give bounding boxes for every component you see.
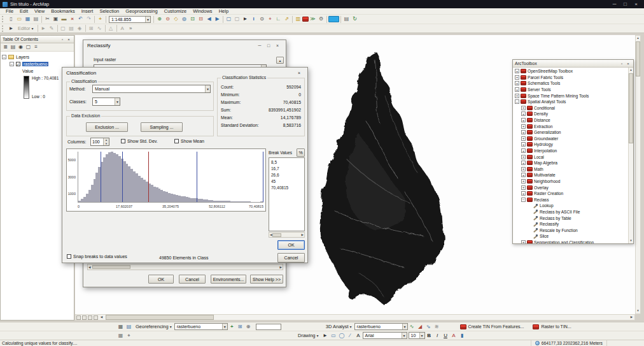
menu-insert[interactable]: Insert: [78, 8, 97, 14]
back-extent-icon[interactable]: ◀: [205, 15, 213, 23]
undo-icon[interactable]: ↶: [76, 15, 85, 23]
toolbox-item-multivariate[interactable]: +Multivariate: [513, 172, 628, 178]
clear-selection-icon[interactable]: ▢: [233, 15, 241, 23]
break-values-scrollbar[interactable]: ◀ ▶: [269, 232, 305, 238]
data-view-tab[interactable]: [76, 315, 81, 320]
redo-icon[interactable]: ↷: [85, 15, 93, 23]
environments-button[interactable]: Environments...: [211, 275, 246, 284]
expander-icon[interactable]: +: [521, 185, 526, 190]
editor-pointer-icon[interactable]: ►: [7, 25, 15, 32]
print-icon[interactable]: ▤: [32, 15, 40, 23]
map-vertical-scrollbar[interactable]: ▲ ▼: [635, 35, 641, 314]
maximize-button[interactable]: □: [620, 1, 631, 8]
map-horizontal-scrollbar[interactable]: ◀ ▶: [75, 314, 635, 321]
menu-windows[interactable]: Windows: [190, 8, 215, 14]
toolbox-item-reclass[interactable]: −Reclass: [513, 196, 628, 203]
toolbox-item-math[interactable]: +Math: [513, 166, 628, 173]
break-line[interactable]: [197, 152, 197, 202]
layout-grid-icon[interactable]: ▦: [116, 332, 125, 340]
expander-icon[interactable]: −: [521, 198, 526, 202]
list-by-selection-icon[interactable]: ▢: [25, 43, 32, 51]
checkbox-icon[interactable]: [67, 254, 71, 259]
paste-icon[interactable]: ▬: [60, 15, 68, 23]
menu-customize[interactable]: Customize: [161, 8, 190, 14]
view-link-table-icon[interactable]: ▦: [116, 323, 125, 331]
expander-icon[interactable]: +: [515, 87, 519, 92]
add-data-icon[interactable]: +: [96, 15, 104, 23]
expander-icon[interactable]: +: [521, 106, 526, 110]
toolbox-item-raster-creation[interactable]: +Raster Creation: [513, 191, 628, 197]
classes-combo[interactable]: 5: [92, 97, 120, 106]
expander-icon[interactable]: +: [515, 94, 519, 98]
fixed-zoom-out-icon[interactable]: ⊟: [197, 15, 205, 23]
toolbox-item-schematics-tools[interactable]: +Schematics Tools: [513, 80, 628, 87]
refresh-view-tab[interactable]: [88, 315, 92, 320]
select-features-icon[interactable]: ▢: [225, 15, 233, 23]
classification-cancel-button[interactable]: Cancel: [277, 253, 305, 263]
toolbox-item-spatial-analyst-tools[interactable]: −Spatial Analyst Tools: [513, 99, 628, 105]
show-std-dev-checkbox[interactable]: Show Std. Dev.: [121, 139, 158, 143]
new-map-icon[interactable]: ▯: [7, 15, 15, 23]
show-help-button[interactable]: Show Help >>: [250, 275, 283, 284]
delete-icon[interactable]: ×: [68, 15, 76, 23]
scroll-right-arrow-icon[interactable]: ▶: [629, 315, 634, 320]
go-to-xy-icon[interactable]: ⌖: [266, 15, 274, 23]
pause-drawing-tab[interactable]: [94, 315, 98, 320]
break-value-row[interactable]: 26,6: [269, 171, 304, 178]
table-of-contents-icon[interactable]: ▤: [342, 15, 351, 23]
toolbox-item-distance[interactable]: +Distance: [513, 117, 628, 124]
menu-file[interactable]: File: [3, 8, 17, 14]
selected-break-line[interactable]: [148, 152, 149, 202]
zoom-to-layer-icon[interactable]: ⊕: [244, 323, 253, 331]
toolbox-item-local[interactable]: +Local: [513, 154, 628, 160]
editor-menu[interactable]: Editor: [15, 25, 36, 32]
method-combo[interactable]: Manual: [92, 85, 211, 93]
toolbox-item-groundwater[interactable]: +Groundwater: [513, 136, 628, 142]
show-mean-checkbox[interactable]: Show Mean: [174, 139, 204, 143]
contour-icon[interactable]: ≋: [433, 323, 441, 331]
raster-to-tin-command[interactable]: Raster to TIN...: [533, 324, 571, 329]
layer-icon[interactable]: ▤: [125, 323, 133, 331]
menu-bookmarks[interactable]: Bookmarks: [48, 8, 78, 14]
zoom-out-icon[interactable]: ⊖: [164, 15, 172, 23]
break-line[interactable]: [122, 152, 123, 202]
close-icon[interactable]: ×: [66, 36, 72, 43]
python-icon[interactable]: ≫: [309, 15, 317, 23]
toc-options-icon[interactable]: ≡: [32, 43, 39, 51]
hyperlink-icon[interactable]: ⇗: [283, 15, 291, 23]
save-icon[interactable]: ▦: [24, 15, 32, 23]
profile-graph-icon[interactable]: ◢: [416, 323, 424, 331]
break-values-list[interactable]: 8,516,726,64570,40815: [269, 157, 305, 231]
reclassify-cancel-button[interactable]: Cancel: [179, 275, 206, 284]
expander-icon[interactable]: +: [521, 179, 526, 184]
sketch-tool-icon[interactable]: ✎: [48, 25, 56, 32]
expander-icon[interactable]: +: [515, 75, 519, 80]
auto-registration-icon[interactable]: ⊞: [236, 323, 244, 331]
expander-icon[interactable]: +: [521, 155, 526, 159]
georeferencing-menu[interactable]: Georeferencing: [133, 323, 174, 330]
fill-color-icon[interactable]: ▮: [458, 332, 466, 340]
expander-icon[interactable]: +: [521, 118, 526, 122]
break-line[interactable]: [263, 152, 263, 202]
italic-button[interactable]: I: [433, 332, 442, 340]
break-value-row[interactable]: 70,40815: [269, 184, 304, 191]
scroll-up-arrow-icon[interactable]: ▲: [636, 36, 640, 41]
toolbox-item-extraction[interactable]: +Extraction: [513, 123, 628, 129]
overflow-icon[interactable]: »: [127, 25, 135, 32]
expander-icon[interactable]: −: [2, 55, 6, 59]
toolbox-item-conditional[interactable]: +Conditional: [513, 105, 628, 112]
list-by-visibility-icon[interactable]: ◉: [17, 43, 24, 51]
menu-help[interactable]: Help: [216, 8, 232, 14]
create-features-icon[interactable]: ▢: [59, 25, 67, 32]
refresh-view-icon[interactable]: ↻: [351, 15, 359, 23]
expander-icon[interactable]: +: [521, 148, 526, 153]
blue-swatch-icon[interactable]: [328, 16, 339, 22]
underline-button[interactable]: U: [442, 332, 450, 340]
find-icon[interactable]: ⊙: [258, 15, 266, 23]
expander-icon[interactable]: +: [515, 69, 519, 73]
close-icon[interactable]: ×: [625, 61, 631, 67]
spinner-arrows-icon[interactable]: ▲▼: [103, 138, 109, 145]
full-extent-icon[interactable]: ◍: [180, 15, 188, 23]
expander-icon[interactable]: +: [521, 167, 526, 171]
scrollbar-thumb[interactable]: [92, 265, 130, 269]
